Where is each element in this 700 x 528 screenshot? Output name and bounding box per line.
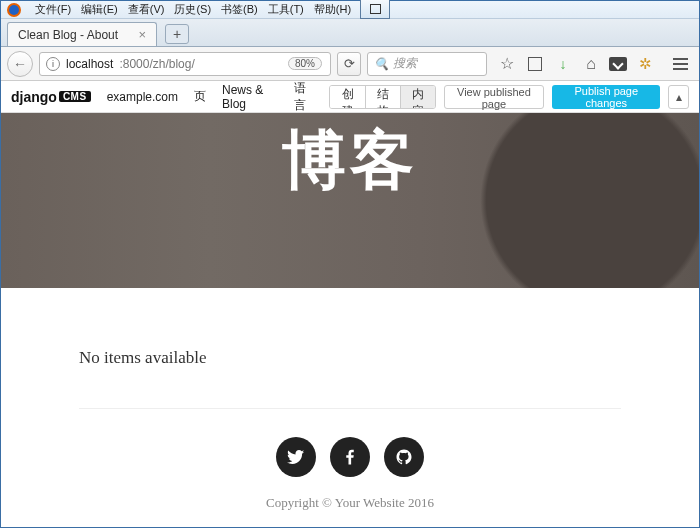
cms-nav-lang[interactable]: 语言 [294, 80, 314, 114]
os-menubar[interactable]: 文件(F) 编辑(E) 查看(V) 历史(S) 书签(B) 工具(T) 帮助(H… [1, 1, 699, 19]
facebook-icon [341, 448, 359, 466]
browser-tab-strip: Clean Blog - About × + [1, 19, 699, 47]
cms-more-caret[interactable]: ▴ [668, 85, 689, 109]
page-content-scroll[interactable]: 博客 No items available Copyright © Your W… [1, 113, 699, 527]
tab-close-icon[interactable]: × [138, 27, 146, 42]
hero-title: 博客 [282, 117, 418, 204]
menu-history[interactable]: 历史(S) [174, 2, 211, 17]
cms-toolbar: django CMS example.com 页 News & Blog 语言 … [1, 81, 699, 113]
window-maximize-button[interactable] [360, 0, 390, 19]
hero-banner: 博客 [1, 113, 699, 288]
url-host: localhost [66, 57, 113, 71]
cms-structure-button[interactable]: 结构 [365, 86, 400, 108]
bookmarks-list-icon[interactable] [525, 54, 545, 74]
url-bar[interactable]: i localhost:8000/zh/blog/ 80% [39, 52, 331, 76]
copyright-text: Copyright © Your Website 2016 [79, 495, 621, 521]
search-box[interactable]: 🔍 搜索 [367, 52, 487, 76]
publish-changes-button[interactable]: Publish page changes [552, 85, 660, 109]
cms-mode-segment: 创建 结构 内容 [329, 85, 435, 109]
url-path: :8000/zh/blog/ [119, 57, 194, 71]
social-links [79, 437, 621, 477]
cms-logo-badge: CMS [59, 91, 91, 102]
twitter-icon [287, 448, 305, 466]
search-icon: 🔍 [374, 57, 389, 71]
cms-content-button[interactable]: 内容 [400, 86, 435, 108]
cms-logo-text: django [11, 89, 57, 105]
facebook-link[interactable] [330, 437, 370, 477]
cms-logo[interactable]: django CMS [11, 89, 91, 105]
twitter-link[interactable] [276, 437, 316, 477]
cms-nav-news[interactable]: News & Blog [222, 83, 278, 111]
cms-create-button[interactable]: 创建 [330, 86, 364, 108]
menu-bookmarks[interactable]: 书签(B) [221, 2, 258, 17]
browser-tab-active[interactable]: Clean Blog - About × [7, 22, 157, 46]
firefox-icon [7, 3, 21, 17]
downloads-icon[interactable] [553, 54, 573, 74]
no-items-message: No items available [79, 348, 621, 368]
home-icon[interactable] [581, 54, 601, 74]
menu-edit[interactable]: 编辑(E) [81, 2, 118, 17]
menu-view[interactable]: 查看(V) [128, 2, 165, 17]
cms-nav-page[interactable]: 页 [194, 88, 206, 105]
browser-nav-toolbar: ← i localhost:8000/zh/blog/ 80% ⟳ 🔍 搜索 [1, 47, 699, 81]
menu-file[interactable]: 文件(F) [35, 2, 71, 17]
menu-tools[interactable]: 工具(T) [268, 2, 304, 17]
hamburger-menu-button[interactable] [667, 51, 693, 77]
tab-title: Clean Blog - About [18, 28, 118, 42]
site-info-icon[interactable]: i [46, 57, 60, 71]
zoom-level-badge[interactable]: 80% [288, 57, 322, 70]
github-link[interactable] [384, 437, 424, 477]
pocket-icon[interactable] [609, 57, 627, 71]
back-button[interactable]: ← [7, 51, 33, 77]
reload-button[interactable]: ⟳ [337, 52, 361, 76]
view-published-button[interactable]: View published page [444, 85, 545, 109]
new-tab-button[interactable]: + [165, 24, 189, 44]
bookmark-star-icon[interactable] [497, 54, 517, 74]
addon-icon[interactable] [635, 54, 655, 74]
cms-site-link[interactable]: example.com [107, 90, 178, 104]
menu-help[interactable]: 帮助(H) [314, 2, 351, 17]
search-placeholder: 搜索 [393, 55, 417, 72]
github-icon [395, 448, 413, 466]
footer-divider [79, 408, 621, 409]
